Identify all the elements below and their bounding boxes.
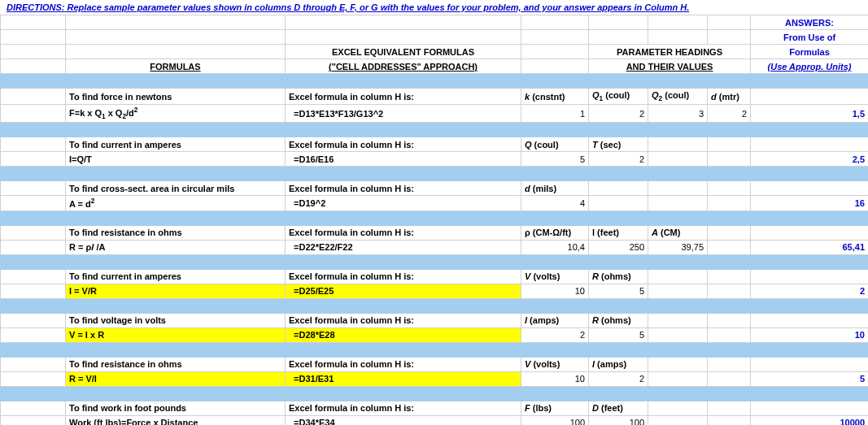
value-e[interactable]: 2: [589, 371, 648, 386]
section-label-row: To find force in newtonsExcel formula in…: [1, 89, 869, 105]
excel-label-cell: Excel formula in column H is:: [286, 137, 521, 152]
excel-formula-cell: =D28*E28: [286, 327, 521, 342]
excel-label-cell: Excel formula in column H is:: [286, 269, 521, 284]
blue-band: [1, 123, 869, 137]
value-f[interactable]: [648, 327, 708, 342]
section-value-row: R = ρl /A =D22*E22/F2210,425039,7565,41: [1, 240, 869, 254]
params-header-2: AND THEIR VALUES: [589, 59, 751, 74]
param-label-d: Q (coul): [521, 137, 589, 152]
value-g[interactable]: 2: [708, 105, 751, 123]
value-e[interactable]: [589, 196, 648, 211]
answer-cell: 2: [751, 284, 869, 298]
value-f[interactable]: [648, 152, 708, 167]
param-label-d: d (mils): [521, 181, 589, 196]
param-label-g: [708, 137, 751, 152]
value-f[interactable]: 3: [648, 105, 708, 123]
excel-label-cell: Excel formula in column H is:: [286, 313, 521, 327]
value-g[interactable]: [708, 284, 751, 298]
param-label-d: V (volts): [521, 357, 589, 371]
param-label-f: Q2 (coul): [648, 89, 708, 105]
section-value-row: V = I x R =D28*E282510: [1, 327, 869, 342]
value-g[interactable]: [708, 196, 751, 211]
value-g[interactable]: [708, 371, 751, 386]
blue-band: [1, 298, 869, 313]
value-d[interactable]: 10: [521, 284, 589, 298]
value-d[interactable]: 5: [521, 152, 589, 167]
section-value-row: R = V/I =D31/E311025: [1, 371, 869, 386]
directions-label: DIRECTIONS:: [7, 2, 65, 12]
value-f[interactable]: [648, 284, 708, 298]
answer-cell: 10000: [751, 415, 869, 425]
value-g[interactable]: [708, 152, 751, 167]
value-f[interactable]: [648, 371, 708, 386]
param-label-e: I (amps): [589, 357, 648, 371]
param-label-f: [648, 313, 708, 327]
blue-band: [1, 74, 869, 89]
blue-band: [1, 254, 869, 269]
formula-cell: I = V/R: [66, 284, 286, 298]
value-f[interactable]: [648, 196, 708, 211]
answer-cell: 10: [751, 327, 869, 342]
section-value-row: I = V/R =D25/E251052: [1, 284, 869, 298]
value-f[interactable]: [648, 415, 708, 425]
value-e[interactable]: 5: [589, 284, 648, 298]
formula-cell: I=Q/T: [66, 152, 286, 167]
formula-cell: Work (ft lbs)=Force x Distance: [66, 415, 286, 425]
excel-label-cell: Excel formula in column H is:: [286, 225, 521, 240]
param-label-e: D (feet): [589, 401, 648, 415]
description-cell: To find current in amperes: [66, 269, 286, 284]
param-label-e: [589, 181, 648, 196]
answer-cell: 1,5: [751, 105, 869, 123]
answers-header-3: Formulas: [751, 45, 869, 59]
blue-band: [1, 342, 869, 357]
value-d[interactable]: 1: [521, 105, 589, 123]
value-g[interactable]: [708, 327, 751, 342]
param-label-d: I (amps): [521, 313, 589, 327]
value-d[interactable]: 4: [521, 196, 589, 211]
excel-label-cell: Excel formula in column H is:: [286, 181, 521, 196]
param-label-f: A (CM): [648, 225, 708, 240]
description-cell: To find resistance in ohms: [66, 225, 286, 240]
answer-cell: 2,5: [751, 152, 869, 167]
params-header-1: PARAMETER HEADINGS: [589, 45, 751, 59]
description-cell: To find work in foot pounds: [66, 401, 286, 415]
param-label-g: [708, 225, 751, 240]
section-value-row: F=k x Q1 x Q2/d2 =D13*E13*F13/G13^212321…: [1, 105, 869, 123]
directions-body: Replace sample parameter values shown in…: [65, 2, 690, 12]
blue-band: [1, 386, 869, 401]
value-f[interactable]: 39,75: [648, 240, 708, 254]
param-label-f: [648, 357, 708, 371]
value-e[interactable]: 2: [589, 105, 648, 123]
param-label-e: l (feet): [589, 225, 648, 240]
value-d[interactable]: 2: [521, 327, 589, 342]
value-g[interactable]: [708, 415, 751, 425]
value-e[interactable]: 100: [589, 415, 648, 425]
param-label-f: [648, 181, 708, 196]
answers-header-4: (Use Approp. Units): [751, 59, 869, 74]
value-e[interactable]: 2: [589, 152, 648, 167]
header-row-1: ANSWERS:: [1, 15, 869, 30]
param-label-e: T (sec): [589, 137, 648, 152]
formula-cell: R = ρl /A: [66, 240, 286, 254]
excel-formula-cell: =D25/E25: [286, 284, 521, 298]
description-cell: To find current in amperes: [66, 137, 286, 152]
value-d[interactable]: 10: [521, 371, 589, 386]
description-cell: To find cross-sect. area in circular mil…: [66, 181, 286, 196]
param-label-d: ρ (CM-Ω/ft): [521, 225, 589, 240]
value-g[interactable]: [708, 240, 751, 254]
param-label-g: [708, 357, 751, 371]
value-e[interactable]: 5: [589, 327, 648, 342]
blue-band: [1, 167, 869, 181]
param-label-d: F (lbs): [521, 401, 589, 415]
value-d[interactable]: 10,4: [521, 240, 589, 254]
blue-band: [1, 210, 869, 225]
param-label-f: [648, 401, 708, 415]
value-e[interactable]: 250: [589, 240, 648, 254]
description-cell: To find force in newtons: [66, 89, 286, 105]
param-label-e: R (ohms): [589, 269, 648, 284]
section-label-row: To find current in amperesExcel formula …: [1, 137, 869, 152]
section-value-row: Work (ft lbs)=Force x Distance =D34*E341…: [1, 415, 869, 425]
param-label-e: Q1 (coul): [589, 89, 648, 105]
param-label-f: [648, 269, 708, 284]
value-d[interactable]: 100: [521, 415, 589, 425]
